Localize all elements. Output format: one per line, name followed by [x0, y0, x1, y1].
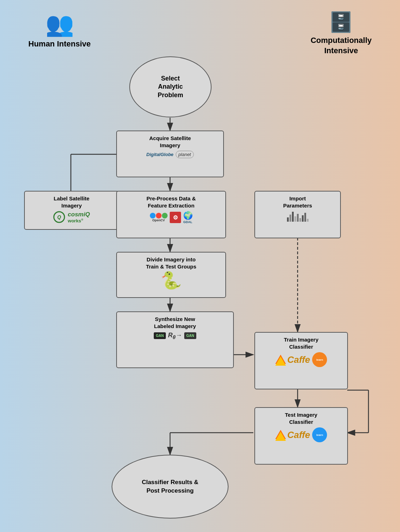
synthesize-node: Synthesize NewLabeled Imagery GAN Rθ→ GA… [116, 311, 234, 368]
train-classifier-label: Train ImageryClassifier [284, 336, 319, 350]
synthesize-label: Synthesize NewLabeled Imagery [154, 316, 196, 329]
divide-imagery-icons: 🐍 [160, 272, 182, 289]
synthesize-icons: GAN Rθ→ GAN [154, 332, 196, 340]
preprocess-label: Pre-Process Data &Feature Extraction [146, 195, 196, 209]
svg-text:Q: Q [57, 214, 61, 220]
gan-icon1: GAN [154, 332, 166, 339]
people-icon: 👥 [28, 11, 91, 38]
divide-imagery-label: Divide Imagery intoTrain & Test Groups [146, 256, 196, 270]
label-imagery-node: Label SatelliteImagery Q cosmiQ works® [24, 191, 119, 230]
cosmiq-icon: Q [53, 211, 66, 223]
scikit-learn-logo-train: learn [312, 352, 327, 367]
divide-imagery-node: Divide Imagery intoTrain & Test Groups 🐍 [116, 252, 226, 298]
tool2-logo: ⚙ [170, 212, 181, 223]
acquire-imagery-icons: DigitalGlobe planet [146, 151, 194, 158]
acquire-imagery-label: Acquire SatelliteImagery [149, 135, 191, 149]
opencv-logo: OpenCV [150, 213, 168, 222]
preprocess-node: Pre-Process Data &Feature Extraction Ope… [116, 191, 226, 238]
human-intensive-label: Human Intensive [28, 39, 91, 49]
import-parameters-icons [287, 211, 309, 222]
scikit-learn-logo-test: learn [312, 427, 327, 442]
test-classifier-icons: Caffe learn [275, 427, 327, 442]
results-label: Classifier Results &Post Processing [142, 478, 198, 495]
select-analytic-problem-node: Select Analytic Problem [129, 56, 212, 117]
preprocess-icons: OpenCV ⚙ 🌍 GDAL [150, 211, 193, 224]
computationally-intensive-label: ComputationallyIntensive [311, 35, 372, 56]
computationally-intensive-section: 🗄️ ComputationallyIntensive [311, 11, 372, 56]
gdal-logo: 🌍 GDAL [183, 211, 193, 224]
cosmiqworks-logo: cosmiQ works® [68, 211, 90, 223]
test-classifier-node: Test ImageryClassifier Caffe learn [254, 407, 348, 465]
select-analytic-problem-label: Select Analytic Problem [158, 74, 183, 99]
label-imagery-label: Label SatelliteImagery [54, 195, 90, 209]
test-classifier-label: Test ImageryClassifier [285, 411, 317, 425]
import-parameters-label: ImportParameters [283, 195, 312, 209]
database-icon: 🗄️ [311, 11, 372, 34]
caffe-logo-train: Caffe [275, 354, 310, 365]
python-logo: 🐍 [160, 272, 182, 289]
gan-arrow-icon: Rθ→ [168, 332, 182, 340]
label-imagery-icons: Q cosmiQ works® [53, 211, 90, 223]
results-node: Classifier Results &Post Processing [112, 455, 229, 519]
train-classifier-node: Train ImageryClassifier Caffe learn [254, 332, 348, 389]
caffe-logo-test: Caffe [275, 430, 310, 440]
train-classifier-icons: Caffe learn [275, 352, 327, 367]
gan-icon2: GAN [184, 332, 196, 339]
planet-logo: planet [176, 151, 194, 158]
acquire-imagery-node: Acquire SatelliteImagery DigitalGlobe pl… [116, 131, 224, 177]
digitalglobe-logo: DigitalGlobe [146, 152, 174, 157]
import-parameters-node: ImportParameters [254, 191, 341, 238]
human-intensive-section: 👥 Human Intensive [28, 11, 91, 49]
parameters-icon [287, 211, 309, 222]
